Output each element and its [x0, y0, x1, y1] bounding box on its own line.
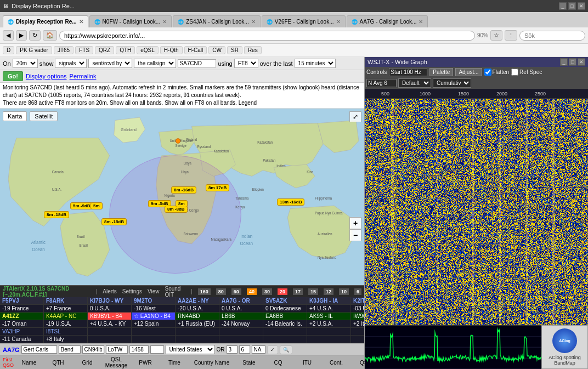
cell-2-2[interactable]: K4AAP - NC — [44, 313, 88, 320]
forward-button[interactable]: ▶ — [16, 30, 27, 41]
tab-n0fw[interactable]: 🌐 N0FW - Callsign Look... ✕ — [89, 15, 172, 27]
map-tab-satellit[interactable]: Satellit — [30, 111, 58, 121]
freq-80-btn[interactable]: 80 — [216, 288, 226, 295]
freq-40-btn[interactable]: 40 — [247, 288, 257, 295]
signal-marker-3[interactable]: 5m -9dB — [70, 202, 93, 209]
go-button[interactable]: Go! — [3, 71, 23, 81]
wsjt-close-btn[interactable]: ✕ — [578, 58, 585, 66]
tab-psk-reporter[interactable]: 🌐 Display Reception Re... ✕ — [3, 15, 88, 27]
tab-close-icon[interactable]: ✕ — [79, 19, 83, 25]
home-button[interactable]: 🏠 — [43, 30, 57, 41]
time-input[interactable] — [150, 345, 164, 354]
search-input[interactable] — [519, 31, 585, 41]
display-options-link[interactable]: Display options — [26, 73, 67, 80]
bookmark-eqsl[interactable]: eQSL — [137, 46, 159, 54]
freq-160-btn[interactable]: 160 — [198, 288, 211, 295]
direction-select[interactable]: sent/rcvd by — [88, 59, 132, 68]
show-select[interactable]: signals — [55, 59, 87, 68]
reload-button[interactable]: ↻ — [29, 30, 41, 41]
adjust-button[interactable]: Adjust... — [455, 68, 482, 76]
bookmark-sr[interactable]: SR — [227, 46, 242, 54]
tab-aa7g[interactable]: 🌐 AA7G - Callsign Look... ✕ — [347, 15, 428, 27]
cell-2-7[interactable]: EA6BB — [263, 313, 307, 320]
settings-menu[interactable]: Settings — [122, 288, 142, 294]
signal-marker-9[interactable]: 8m 17dB — [206, 184, 229, 191]
band-select[interactable]: 20m — [13, 59, 38, 68]
log-button[interactable]: ✓ — [267, 345, 278, 354]
country-select[interactable]: United States — [166, 345, 215, 354]
bookmark-weather[interactable]: PK G väder — [16, 46, 52, 54]
cell-4-2[interactable]: I8TSL — [44, 328, 88, 335]
cell-2-4[interactable]: ☆ EA1NO - B4 — [132, 313, 176, 320]
ref-spec-checkbox[interactable] — [511, 69, 518, 76]
tab-close-icon[interactable]: ✕ — [336, 19, 341, 25]
aclog-icon[interactable]: AClog — [552, 328, 577, 353]
cell-2-8[interactable]: AK9S - IL — [307, 313, 351, 320]
ref-spec-check[interactable]: Ref Spec — [511, 69, 542, 76]
cell-2-1[interactable]: A41ZZ — [0, 313, 44, 320]
qsl-input[interactable] — [106, 345, 128, 354]
map-expand-button[interactable]: ⤢ — [349, 111, 361, 122]
signal-marker-10[interactable]: 13m -16dB — [277, 198, 304, 206]
permalink-link[interactable]: Permalink — [70, 73, 97, 80]
cell-4-1[interactable]: VA3HP — [0, 328, 44, 335]
bookmark-cw[interactable]: CW — [208, 46, 225, 54]
url-input[interactable] — [59, 31, 475, 41]
sound-qit-menu[interactable]: Sound QIT — [165, 286, 185, 298]
alerts-menu[interactable]: Alerts — [103, 288, 117, 294]
flatten-checkbox[interactable] — [484, 69, 491, 76]
palette-button[interactable]: Palette — [429, 68, 453, 76]
freq-20-btn[interactable]: 20 — [278, 288, 287, 295]
back-button[interactable]: ◀ — [3, 30, 14, 41]
bookmark-res[interactable]: Res — [244, 46, 262, 54]
na-input[interactable] — [252, 345, 265, 354]
bookmark-qrz[interactable]: QRZ — [95, 46, 114, 54]
palette-select[interactable]: Default — [398, 78, 431, 88]
bookmark-hqth[interactable]: H-Qth — [160, 46, 183, 54]
zoom-in-button[interactable]: + — [349, 217, 361, 229]
flatten-check[interactable]: Flatten — [484, 69, 510, 76]
maximize-button[interactable]: □ — [568, 2, 576, 10]
n-avg-input[interactable] — [366, 79, 397, 87]
callsign-input[interactable] — [178, 59, 216, 67]
freq-10-btn[interactable]: 10 — [339, 288, 349, 295]
name-input[interactable] — [21, 345, 57, 354]
freq-6-btn[interactable]: 6 — [354, 288, 361, 295]
cell-2-6[interactable]: LB6B — [219, 313, 263, 320]
freq-30-btn[interactable]: 30 — [262, 288, 272, 295]
bookmark-jt65[interactable]: JT65 — [54, 46, 74, 54]
freq-15-btn[interactable]: 15 — [308, 288, 318, 295]
signal-marker-2[interactable]: 8m -15dB — [101, 218, 127, 225]
signal-marker-7[interactable]: 8m — [176, 200, 188, 207]
search-log-button[interactable]: 🔍 — [280, 345, 292, 354]
tab-close-icon[interactable]: ✕ — [419, 19, 423, 25]
mode-select[interactable]: Cumulative — [433, 78, 471, 88]
qth-input[interactable] — [59, 345, 81, 354]
bookmark-hcall[interactable]: H-Call — [184, 46, 207, 54]
extensions-button[interactable]: ⋮ — [505, 30, 517, 41]
cell-2-3[interactable]: KB9BVL - B4 — [88, 313, 132, 320]
signal-marker-1[interactable]: 8m -18dB — [44, 211, 69, 218]
cq-input[interactable] — [227, 345, 238, 354]
tab-close-icon[interactable]: ✕ — [251, 19, 256, 25]
cell-2-5[interactable]: RN4ABD — [176, 313, 219, 320]
wsjt-maximize-btn[interactable]: □ — [569, 58, 576, 66]
start-hz-input[interactable] — [389, 68, 427, 76]
wsjt-minimize-btn[interactable]: _ — [560, 58, 568, 66]
tab-zs4jan[interactable]: 🌐 ZS4JAN - Callsign Look... ✕ — [173, 15, 261, 27]
grid-input[interactable] — [82, 345, 104, 354]
freq-60-btn[interactable]: 60 — [231, 288, 241, 295]
tab-v26fe[interactable]: 🌐 V26FE - Callsign Look... ✕ — [262, 15, 346, 27]
close-button[interactable]: ✕ — [578, 2, 585, 10]
time-select[interactable]: 15 minutes — [295, 59, 336, 68]
freq-12-btn[interactable]: 12 — [324, 288, 333, 295]
minimize-button[interactable]: _ — [559, 2, 567, 10]
zoom-out-button[interactable]: − — [349, 229, 361, 241]
mode-select[interactable]: FT8 — [234, 59, 258, 68]
bookmark-fts[interactable]: FTS — [75, 46, 93, 54]
map-area[interactable]: Karta Satellit ⤢ — [0, 109, 364, 285]
view-menu[interactable]: View — [148, 288, 160, 294]
itu-input[interactable] — [239, 345, 250, 354]
the-callsign-select[interactable]: the callsign — [134, 59, 176, 68]
bookmark-button[interactable]: ☆ — [490, 30, 502, 41]
